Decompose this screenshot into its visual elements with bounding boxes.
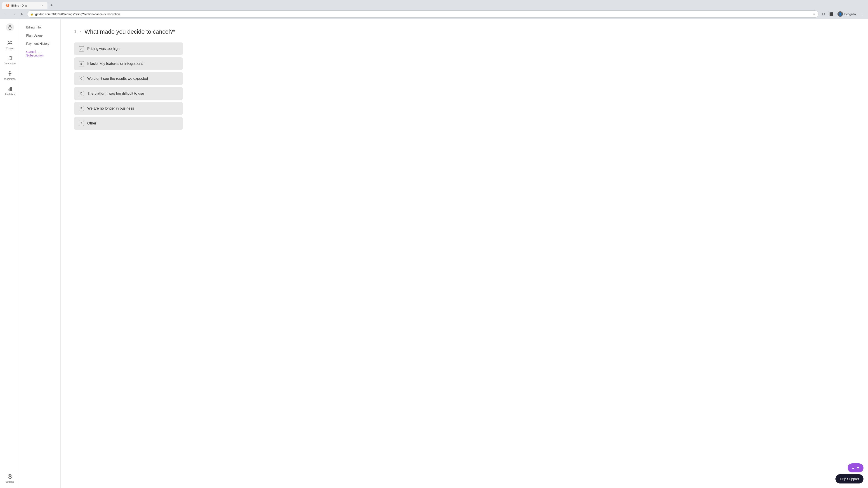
security-lock-icon: 🔒 xyxy=(30,12,33,15)
address-bar[interactable]: 🔒 getdrip.com/7641396/settings/billing?s… xyxy=(27,10,818,18)
main-content: 1 → What made you decide to cancel?* A P… xyxy=(61,19,868,488)
cast-button[interactable]: ⬡ xyxy=(820,11,827,17)
option-key-b: B xyxy=(79,61,84,66)
svg-point-6 xyxy=(8,41,10,42)
option-text-b: It lacks key features or integrations xyxy=(87,62,143,66)
support-up-arrow[interactable]: ▲ xyxy=(851,466,855,470)
drip-support-button[interactable]: Drip Support xyxy=(835,474,864,484)
reload-button[interactable]: ↻ xyxy=(19,11,25,17)
option-f[interactable]: F Other xyxy=(74,117,183,130)
svg-point-10 xyxy=(9,74,10,75)
svg-rect-16 xyxy=(11,87,11,91)
sidebar-item-settings-label: Settings xyxy=(5,480,14,483)
question-arrow-icon: → xyxy=(78,29,82,34)
question-number-text: 1 xyxy=(74,29,76,34)
option-key-c: C xyxy=(79,76,84,81)
sidebar-item-people-label: People xyxy=(6,47,13,50)
svg-point-11 xyxy=(11,73,12,74)
secondary-nav-cancel-subscription[interactable]: Cancel Subscription xyxy=(24,48,57,59)
option-key-d: D xyxy=(79,91,84,96)
workflows-icon xyxy=(7,70,13,76)
bookmark-star-icon[interactable]: ☆ xyxy=(813,12,815,16)
option-key-a: A xyxy=(79,46,84,52)
browser-toolbar: ← → ↻ 🔒 getdrip.com/7641396/settings/bil… xyxy=(0,9,868,19)
tab-favicon xyxy=(6,4,9,7)
sidebar-item-people[interactable]: People xyxy=(1,37,19,52)
browser-tab[interactable]: Billing · Drip ✕ xyxy=(2,2,48,9)
option-key-f: F xyxy=(79,121,84,126)
option-text-c: We didn't see the results we expected xyxy=(87,76,148,80)
option-key-e: E xyxy=(79,106,84,111)
incognito-avatar: 👤 xyxy=(837,11,843,17)
svg-rect-14 xyxy=(8,89,9,91)
analytics-icon xyxy=(7,86,13,92)
new-tab-button[interactable]: + xyxy=(49,2,55,8)
svg-point-1 xyxy=(7,4,8,5)
svg-rect-15 xyxy=(9,88,10,91)
secondary-nav-plan-usage[interactable]: Plan Usage xyxy=(24,32,57,39)
sidebar-item-settings[interactable]: Settings xyxy=(1,471,19,485)
settings-gear-icon xyxy=(7,473,13,480)
people-icon xyxy=(7,39,13,46)
app-container: People Campaigns xyxy=(0,19,868,488)
sidebar-item-workflows-label: Workflows xyxy=(4,77,16,80)
tab-title: Billing · Drip xyxy=(11,4,38,7)
sidebar-item-workflows[interactable]: Workflows xyxy=(1,68,19,83)
primary-sidebar: People Campaigns xyxy=(0,19,20,488)
campaigns-icon xyxy=(7,55,13,61)
secondary-nav-payment-history[interactable]: Payment History xyxy=(24,40,57,47)
browser-chrome: Billing · Drip ✕ + ← → ↻ 🔒 getdrip.com/7… xyxy=(0,0,868,19)
option-c[interactable]: C We didn't see the results we expected xyxy=(74,72,183,85)
svg-point-17 xyxy=(9,476,11,477)
svg-point-7 xyxy=(10,41,11,42)
sidebar-item-campaigns-label: Campaigns xyxy=(4,62,16,65)
incognito-button[interactable]: 👤 Incognito xyxy=(836,10,858,18)
app-logo xyxy=(4,22,16,33)
browser-titlebar: Billing · Drip ✕ + xyxy=(0,0,868,9)
option-e[interactable]: E We are no longer in business xyxy=(74,102,183,115)
secondary-sidebar: Billing Info Plan Usage Payment History … xyxy=(20,19,61,488)
svg-point-8 xyxy=(8,73,9,74)
option-text-a: Pricing was too high xyxy=(87,47,120,51)
forward-button[interactable]: → xyxy=(11,11,17,17)
option-a[interactable]: A Pricing was too high xyxy=(74,42,183,55)
options-list: A Pricing was too high B It lacks key fe… xyxy=(74,42,183,130)
back-button[interactable]: ← xyxy=(3,11,9,17)
question-number: 1 → xyxy=(74,29,82,34)
question-title: What made you decide to cancel?* xyxy=(85,28,176,35)
drip-support-label: Drip Support xyxy=(840,477,859,481)
secondary-nav-billing-info[interactable]: Billing Info xyxy=(24,24,57,31)
question-header: 1 → What made you decide to cancel?* xyxy=(74,28,855,35)
drip-support-widget: ▲ ▼ Drip Support xyxy=(835,463,864,484)
svg-point-9 xyxy=(9,71,10,72)
browser-action-buttons: ⬡ ⬛ 👤 Incognito ⋮ xyxy=(820,10,865,18)
url-text: getdrip.com/7641396/settings/billing?sec… xyxy=(35,12,811,16)
option-text-d: The platform was too difficult to use xyxy=(87,92,144,96)
sidebar-item-analytics[interactable]: Analytics xyxy=(1,84,19,98)
option-text-e: We are no longer in business xyxy=(87,106,134,110)
option-d[interactable]: D The platform was too difficult to use xyxy=(74,87,183,100)
sidebar-item-analytics-label: Analytics xyxy=(5,93,15,96)
support-nav-arrows[interactable]: ▲ ▼ xyxy=(848,463,864,473)
tab-close-button[interactable]: ✕ xyxy=(40,4,44,7)
menu-button[interactable]: ⋮ xyxy=(859,11,865,17)
svg-point-4 xyxy=(8,27,9,28)
option-text-f: Other xyxy=(87,121,96,125)
option-b[interactable]: B It lacks key features or integrations xyxy=(74,57,183,70)
incognito-label: Incognito xyxy=(844,12,856,16)
zoom-button[interactable]: ⬛ xyxy=(828,11,834,17)
svg-point-5 xyxy=(11,27,12,28)
sidebar-item-campaigns[interactable]: Campaigns xyxy=(1,53,19,67)
support-down-arrow[interactable]: ▼ xyxy=(856,466,860,470)
